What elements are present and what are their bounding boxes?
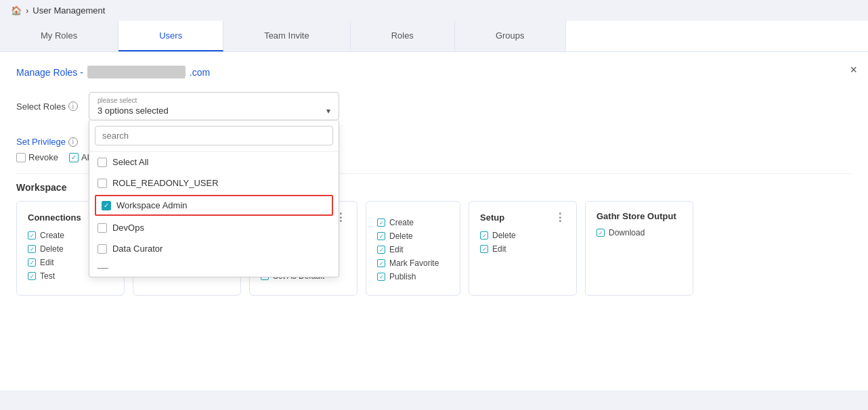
connections-edit-checkbox — [28, 258, 36, 267]
tab-team-invite[interactable]: Team Invite — [223, 21, 350, 51]
card-connections-title: Connections — [28, 212, 81, 223]
privilege-revoke[interactable]: Revoke — [16, 152, 58, 162]
user-email-masked: ██████████████ — [87, 66, 186, 78]
select-roles-text: Select Roles — [16, 101, 66, 112]
select-roles-label: Select Roles i — [16, 101, 78, 112]
chevron-down-icon: ▾ — [326, 106, 330, 116]
dropdown-option-readonly-user[interactable]: ROLE_READONLY_USER — [89, 173, 339, 193]
readonly-user-checkbox — [97, 179, 107, 188]
dropdown-option-data-curator[interactable]: Data Curator — [89, 238, 339, 259]
dropdown-options-list: Select All ROLE_READONLY_USER Workspace … — [89, 152, 339, 277]
card-gathr-store: Gathr Store Output Download — [585, 201, 693, 296]
card-hidden-edit: Edit — [377, 245, 449, 254]
dropdown-panel: Select All ROLE_READONLY_USER Workspace … — [89, 120, 339, 277]
tab-my-roles[interactable]: My Roles — [0, 21, 118, 51]
connections-create-checkbox — [28, 231, 36, 240]
breadcrumb-current: User Management — [32, 5, 105, 16]
card-setup-delete: Delete — [480, 231, 565, 240]
selected-count-text: 3 options selected — [97, 106, 169, 116]
allow-checkbox — [69, 153, 79, 162]
hidden-delete-label: Delete — [389, 231, 413, 241]
option-label-readonly-user: ROLE_READONLY_USER — [112, 178, 219, 188]
connections-delete-checkbox — [28, 245, 36, 253]
card-hidden-mark-favorite: Mark Favorite — [377, 258, 449, 268]
option-label-workspace-admin: Workspace Admin — [116, 200, 188, 210]
hidden-publish-label: Publish — [389, 272, 416, 281]
data-curator-checkbox — [97, 244, 107, 254]
dropdown-placeholder-label: please select — [97, 97, 330, 104]
hidden-edit-checkbox — [377, 246, 385, 254]
tab-roles[interactable]: Roles — [351, 21, 455, 51]
card-setup-header: Setup ⋮ — [480, 211, 565, 224]
privilege-title: Set Privilege — [16, 137, 66, 147]
workspace-admin-checkbox — [102, 201, 111, 210]
card-hidden-create: Create — [377, 218, 449, 227]
roles-dropdown-trigger[interactable]: please select 3 options selected ▾ — [89, 92, 339, 120]
home-icon[interactable]: 🏠 — [11, 5, 22, 16]
revoke-label: Revoke — [28, 152, 58, 162]
roles-dropdown-container: please select 3 options selected ▾ Selec… — [89, 92, 339, 120]
card-setup-menu[interactable]: ⋮ — [555, 211, 565, 224]
dropdown-option-devops[interactable]: DevOps — [89, 217, 339, 238]
tab-users[interactable]: Users — [118, 21, 223, 51]
hidden-mark-favorite-label: Mark Favorite — [389, 258, 439, 268]
card-hidden-publish: Publish — [377, 272, 449, 281]
connections-test-checkbox — [28, 272, 36, 280]
breadcrumb-separator: › — [26, 5, 28, 16]
dropdown-option-workspace-admin[interactable]: Workspace Admin — [95, 195, 333, 216]
user-email-domain: .com — [190, 67, 210, 78]
dropdown-search-container — [89, 120, 339, 152]
card-setup-title: Setup — [480, 212, 504, 223]
close-button[interactable]: × — [850, 63, 857, 77]
info-icon[interactable]: i — [68, 101, 78, 111]
devops-checkbox — [97, 223, 107, 233]
hidden-delete-checkbox — [377, 232, 385, 240]
dropdown-more-indicator: — — [89, 259, 339, 277]
main-content: × Manage Roles - ██████████████ .com Sel… — [0, 52, 868, 390]
hidden-mark-favorite-checkbox — [377, 259, 385, 267]
setup-delete-checkbox — [480, 231, 488, 240]
connections-test-label: Test — [40, 271, 55, 281]
card-setup-edit: Edit — [480, 244, 565, 254]
breadcrumb: 🏠 › User Management — [0, 0, 868, 21]
manage-roles-title: Manage Roles - — [16, 67, 83, 78]
card-setup: Setup ⋮ Delete Edit — [469, 201, 577, 296]
dropdown-option-select-all[interactable]: Select All — [89, 152, 339, 173]
privilege-info-icon[interactable]: i — [68, 137, 78, 147]
revoke-checkbox — [16, 153, 26, 162]
hidden-edit-label: Edit — [389, 245, 404, 254]
hidden-publish-checkbox — [377, 273, 385, 281]
option-label-devops: DevOps — [112, 223, 144, 233]
connections-delete-label: Delete — [40, 244, 64, 254]
hidden-create-label: Create — [389, 218, 414, 227]
hidden-create-checkbox — [377, 219, 385, 227]
option-label-select-all: Select All — [112, 157, 148, 167]
dropdown-selected-text: 3 options selected ▾ — [97, 106, 330, 116]
setup-edit-checkbox — [480, 245, 488, 253]
select-all-checkbox — [97, 158, 107, 167]
tab-groups[interactable]: Groups — [455, 21, 566, 51]
select-roles-row: Select Roles i please select 3 options s… — [16, 92, 852, 120]
gathr-download-label: Download — [609, 228, 645, 237]
dropdown-search-input[interactable] — [95, 126, 333, 145]
card-gathr-store-title: Gathr Store Output — [596, 211, 676, 221]
card-hidden-delete: Delete — [377, 231, 449, 241]
option-label-data-curator: Data Curator — [112, 244, 162, 254]
setup-edit-label: Edit — [492, 244, 506, 254]
card-gathr-store-download: Download — [596, 228, 682, 237]
tabs-bar: My Roles Users Team Invite Roles Groups — [0, 21, 868, 52]
card-gathr-store-header: Gathr Store Output — [596, 211, 682, 221]
setup-delete-label: Delete — [492, 231, 516, 240]
connections-create-label: Create — [40, 231, 64, 240]
manage-roles-header: Manage Roles - ██████████████ .com — [16, 66, 852, 78]
gathr-download-checkbox — [596, 229, 605, 237]
connections-edit-label: Edit — [40, 258, 54, 267]
card-hidden: Create Delete Edit Mark Favorite Publish — [366, 201, 460, 296]
